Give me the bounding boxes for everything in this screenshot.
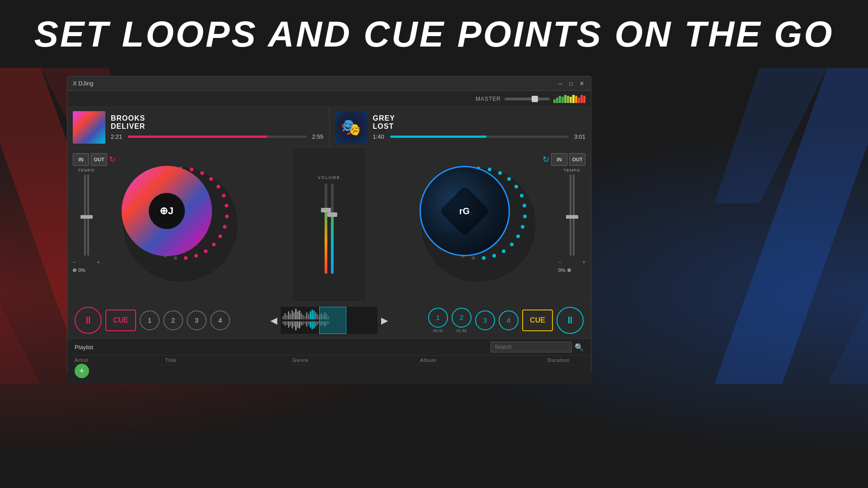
- cue-button-left[interactable]: CUE: [105, 310, 136, 331]
- deck-left-progress-row: 2:21 2:55: [111, 133, 324, 140]
- cue-num-3-left[interactable]: 3: [187, 310, 207, 330]
- master-bar: MASTER: [67, 91, 591, 107]
- bg-decoration-right: [714, 68, 868, 384]
- tempo-pct-value-right: 0%: [558, 267, 566, 273]
- vu-bar-8: [572, 95, 575, 103]
- playlist-columns: Artist Title Genre Album Duration: [67, 356, 591, 365]
- add-track-button[interactable]: +: [75, 364, 89, 378]
- header: SET LOOPS AND CUE POINTS ON THE GO: [0, 14, 868, 55]
- svg-point-11: [217, 185, 220, 188]
- cue-num-1-right[interactable]: 1: [428, 308, 448, 328]
- vu-bar-2: [556, 98, 558, 103]
- loop-controls-right: ↻ IN OUT: [542, 153, 585, 166]
- close-button[interactable]: ✕: [578, 80, 585, 87]
- pause-button-left[interactable]: ⏸: [75, 307, 102, 334]
- turntable-inner-left: ⊕J: [122, 166, 212, 256]
- cue-num-3-right[interactable]: 3: [475, 310, 495, 330]
- svg-point-15: [223, 225, 226, 229]
- svg-point-19: [194, 254, 198, 258]
- volume-fader-track-left: [325, 183, 327, 274]
- svg-point-17: [212, 243, 216, 246]
- minimize-button[interactable]: ─: [557, 80, 564, 87]
- tempo-label-left: TEMPO: [73, 168, 100, 173]
- tempo-section-left: TEMPO − + 0%: [73, 168, 100, 297]
- loop-out-right[interactable]: OUT: [569, 153, 585, 166]
- deck-right-progress-row: 1:40 3:01: [373, 133, 586, 140]
- cue-num-4-right[interactable]: 4: [499, 310, 519, 330]
- deck-right-duration: 3:01: [572, 133, 585, 140]
- turntable-right[interactable]: rG: [420, 166, 537, 283]
- controls-left: ⏸ CUE 1 2 3 4: [75, 307, 267, 334]
- svg-point-45: [510, 243, 514, 246]
- cue-num-2-right[interactable]: 2: [452, 308, 472, 328]
- cue-num-4-left[interactable]: 4: [210, 310, 230, 330]
- svg-marker-5: [827, 249, 868, 384]
- deck-center: VOLUME: [293, 148, 365, 301]
- svg-point-48: [482, 256, 486, 260]
- volume-thumb-left[interactable]: [321, 208, 331, 212]
- maximize-button[interactable]: □: [567, 80, 575, 87]
- master-slider-track[interactable]: [505, 98, 550, 100]
- tempo-controls-right: − +: [558, 259, 585, 265]
- deck-left-track-info: BROOKS DELIVER 2:21 2:55: [111, 114, 324, 140]
- svg-point-21: [174, 256, 177, 260]
- dj-logo-right-text: rG: [459, 206, 470, 216]
- cue-num-1-left[interactable]: 1: [140, 310, 160, 330]
- tempo-sliders-left[interactable]: [73, 174, 100, 256]
- volume-label: VOLUME: [318, 175, 340, 180]
- cue-num-2-left[interactable]: 2: [163, 310, 183, 330]
- title-bar: X DJing ─ □ ✕: [67, 76, 591, 91]
- next-button[interactable]: ▶: [381, 315, 388, 326]
- tempo-sliders-right[interactable]: [558, 174, 585, 256]
- pause-icon-right: ⏸: [565, 314, 575, 326]
- loop-controls-left: IN OUT ↻: [73, 153, 116, 166]
- vu-bar-6: [567, 96, 569, 103]
- svg-point-12: [222, 194, 226, 197]
- col-duration: Duration: [547, 357, 584, 363]
- app-window: X DJing ─ □ ✕ MASTER: [67, 76, 591, 374]
- deck-left-artist: BROOKS: [111, 114, 324, 122]
- master-label: MASTER: [476, 96, 501, 102]
- controls-right: 1 00:30 2 01:40 3 4 CUE ⏸: [392, 307, 584, 334]
- svg-point-16: [218, 235, 222, 238]
- svg-point-44: [516, 235, 520, 238]
- loop-in-right[interactable]: IN: [551, 153, 567, 166]
- loop-in-left[interactable]: IN: [73, 153, 89, 166]
- cue-num-2-right-wrapper: 2 01:40: [452, 308, 472, 333]
- deck-right-title: LOST: [373, 122, 586, 131]
- volume-channel-left: [325, 183, 327, 274]
- deck-left-title: DELIVER: [111, 122, 324, 131]
- cue-button-right[interactable]: CUE: [522, 310, 553, 331]
- vu-bar-4: [561, 97, 564, 103]
- deck-left-progress-bar[interactable]: [128, 136, 307, 138]
- volume-thumb-right[interactable]: [327, 212, 337, 217]
- svg-point-18: [204, 249, 208, 253]
- vu-bar-11: [580, 95, 583, 103]
- svg-point-20: [184, 256, 188, 260]
- deck-right-progress-bar[interactable]: [390, 136, 569, 138]
- loop-out-left[interactable]: OUT: [91, 153, 107, 166]
- deck-left: IN OUT ↻ TEMPO − +: [67, 148, 293, 301]
- tempo-plus-right: +: [583, 259, 585, 265]
- volume-faders[interactable]: [325, 183, 334, 274]
- search-input[interactable]: [491, 342, 572, 352]
- prev-button[interactable]: ◀: [270, 315, 277, 326]
- svg-point-8: [190, 168, 193, 171]
- svg-point-46: [502, 249, 505, 253]
- cue-time-2: 01:40: [457, 328, 467, 333]
- vu-bar-9: [575, 96, 577, 103]
- waveform-mini[interactable]: [281, 307, 377, 334]
- deck-right-info: 🎭 GREY LOST 1:40 3:01: [330, 107, 591, 147]
- playlist-header: Playlist 🔍: [67, 339, 591, 356]
- col-genre: Genre: [292, 357, 420, 363]
- turntable-left[interactable]: ⊕J: [122, 166, 239, 283]
- loop-icon-right: ↻: [542, 155, 549, 164]
- pause-button-right[interactable]: ⏸: [557, 307, 584, 334]
- deck-right-artist: GREY: [373, 114, 586, 122]
- vu-bar-12: [583, 96, 585, 103]
- svg-point-14: [225, 215, 229, 218]
- app-title: X DJing: [73, 80, 94, 87]
- controls-center: ◀: [270, 307, 388, 334]
- tempo-pct-value-left: 0%: [78, 267, 85, 273]
- vu-bar-5: [564, 95, 566, 103]
